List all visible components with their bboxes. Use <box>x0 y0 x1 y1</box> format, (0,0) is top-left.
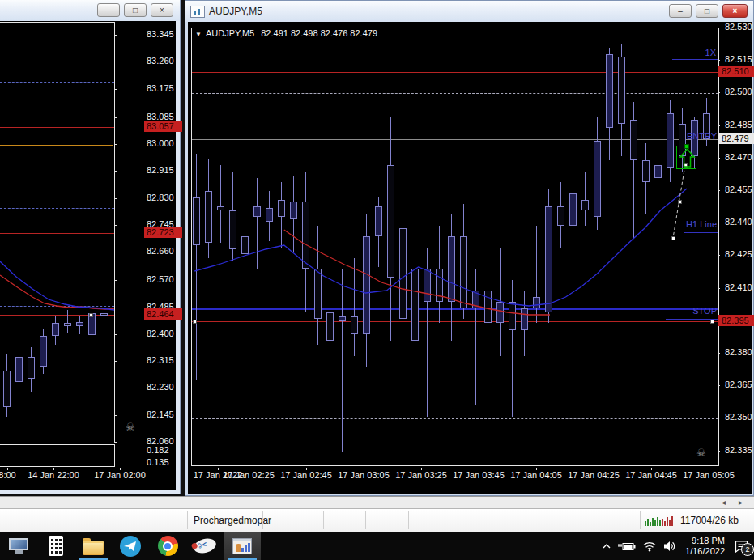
collapse-triangle-icon[interactable]: ▼ <box>195 31 202 38</box>
buy-arrow-marker[interactable] <box>676 146 696 169</box>
network-bar <box>647 519 649 526</box>
price-tick-mark <box>718 451 720 452</box>
battery-charging-icon[interactable] <box>617 541 637 552</box>
indicator-lines <box>0 23 114 443</box>
network-traffic-cell: 117004/26 kb <box>680 515 739 526</box>
price-label: 82.723 <box>144 227 182 238</box>
price-tick-label: 82.485 <box>725 120 752 129</box>
price-tick-mark <box>718 190 720 191</box>
network-bar <box>671 516 673 526</box>
minimize-button[interactable]: – <box>669 4 692 18</box>
line-handle[interactable] <box>710 320 714 324</box>
price-tick-label: 82.145 <box>147 409 174 419</box>
chart-tab-strip: ◂ ▸ <box>0 496 754 508</box>
annotation-label[interactable]: STOP <box>692 306 717 316</box>
tray-expand-chevron-icon[interactable] <box>602 542 611 550</box>
price-tick-label: 82.350 <box>725 412 752 422</box>
price-tick-label: 82.315 <box>147 355 174 365</box>
restore-button[interactable]: □ <box>124 3 147 17</box>
price-tick-mark <box>115 280 117 281</box>
minimize-button[interactable]: – <box>97 3 120 17</box>
time-label: 17 Jan 04:45 <box>625 470 677 480</box>
time-label: 17 Jan 04:05 <box>510 470 562 480</box>
metatrader-icon <box>232 538 252 554</box>
annotation-label[interactable]: 1X <box>705 48 716 57</box>
annotation-label[interactable]: H1 Line <box>686 219 717 229</box>
left-time-axis: 8:0014 Jan 22:0017 Jan 02:00 <box>0 468 176 481</box>
price-tick-mark <box>718 418 720 418</box>
price-tick-label: 82.455 <box>725 185 752 194</box>
maximize-button[interactable]: □ <box>696 4 718 18</box>
price-tick-mark <box>115 89 117 90</box>
annotation-line[interactable] <box>672 59 718 60</box>
price-tick-label: 82.660 <box>147 246 174 256</box>
network-activity-icon <box>645 514 675 527</box>
price-tick-label: 82.230 <box>147 382 174 392</box>
left-chart-window: – □ × 83.34583.26083.17583.08583.00082.9… <box>0 0 181 494</box>
line-handle[interactable] <box>89 313 93 317</box>
close-button[interactable]: × <box>722 4 748 18</box>
scroll-right-arrow[interactable]: ▸ <box>739 498 743 507</box>
skull-icon: ☠ <box>696 447 706 459</box>
price-tick-mark <box>718 223 720 223</box>
desktop: – □ × 83.34583.26083.17583.08583.00082.9… <box>0 0 754 560</box>
speaker-icon[interactable] <box>662 540 676 553</box>
price-tick-mark <box>115 225 117 226</box>
taskbar-icon-snipping-tool[interactable]: ✂ <box>186 532 224 560</box>
price-tick-label: 83.175 <box>147 83 174 93</box>
line-handle[interactable] <box>193 320 197 324</box>
main-chart-plot[interactable]: 1XENTRYH1 LineSTOP <box>191 28 719 466</box>
sub-tick-label: 0.182 <box>147 445 169 455</box>
status-cell-separator <box>449 511 449 529</box>
price-tick-mark <box>718 28 720 28</box>
indicator-lines <box>192 28 718 465</box>
network-bar <box>654 520 656 526</box>
close-button[interactable]: × <box>151 3 173 17</box>
price-label: 83.057 <box>144 121 182 132</box>
network-bar <box>662 519 663 526</box>
taskbar-icon-metatrader[interactable] <box>224 532 261 560</box>
time-label: 17 Jan 02:45 <box>280 470 332 480</box>
taskbar-icon-chrome[interactable] <box>149 532 186 560</box>
price-tick-mark <box>718 353 720 354</box>
time-label: 17 Jan 03:05 <box>338 470 390 480</box>
up-arrow-icon <box>677 146 697 170</box>
notification-badge: 2 <box>741 543 754 556</box>
left-price-axis: 83.34583.26083.17583.08583.00082.91582.8… <box>115 22 176 475</box>
taskbar-icon-telegram[interactable] <box>112 532 149 560</box>
price-tick-label: 83.260 <box>147 56 174 66</box>
status-cell-separator <box>187 511 188 529</box>
left-chart-plot[interactable] <box>0 22 115 443</box>
left-chart-client: 83.34583.26083.17583.08583.00082.91582.8… <box>0 21 176 490</box>
price-tick-mark <box>718 92 720 93</box>
action-center-icon[interactable]: 2 <box>734 539 749 553</box>
price-tick-mark <box>115 144 117 145</box>
price-tick-label: 82.335 <box>725 445 752 455</box>
price-tick-mark <box>115 171 117 172</box>
trendline-handle[interactable] <box>671 236 675 240</box>
annotation-label[interactable]: ENTRY <box>687 131 717 141</box>
tray-clock[interactable]: 9:18 PM 1/16/2022 <box>685 536 725 557</box>
price-tick-mark <box>115 308 117 308</box>
wifi-icon[interactable] <box>642 541 657 552</box>
time-label: 17 Jan 05:05 <box>683 470 735 480</box>
scroll-left-arrow[interactable]: ◂ <box>722 498 726 507</box>
main-price-axis: 82.53082.51582.50082.48582.47082.45582.4… <box>718 28 752 482</box>
price-label: 82.510 <box>718 66 754 77</box>
calculator-icon <box>49 536 63 556</box>
trendline-handle[interactable] <box>678 200 682 204</box>
price-tick-mark <box>115 117 117 118</box>
taskbar-icon-my-computer[interactable] <box>0 532 37 560</box>
annotation-line[interactable] <box>684 232 718 233</box>
time-label: 17 Jan 03:45 <box>453 470 505 480</box>
price-tick-mark <box>115 198 117 199</box>
price-tick-mark <box>115 62 117 62</box>
taskbar-icon-calculator[interactable] <box>37 532 75 560</box>
network-bar <box>669 520 671 526</box>
price-tick-label: 83.000 <box>147 138 174 148</box>
price-tick-label: 82.830 <box>147 193 174 202</box>
price-tick-label: 82.440 <box>725 217 752 227</box>
arrow-handle[interactable] <box>684 144 689 149</box>
taskbar-icon-file-explorer[interactable] <box>75 532 112 560</box>
snipping-tool-icon: ✂ <box>192 537 217 555</box>
